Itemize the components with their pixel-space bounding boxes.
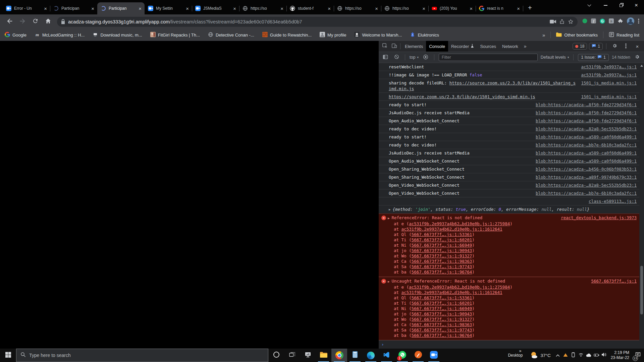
browser-tab[interactable]: Error - Un× [3,2,50,14]
devtools-close-button[interactable]: × [633,42,642,51]
console-filter-input[interactable] [439,54,538,61]
bookmarks-overflow-chevron[interactable]: » [542,32,545,38]
context-selector[interactable]: top▾ [410,55,419,60]
tab-close-icon[interactable]: × [185,6,190,11]
scrollbar-up-icon[interactable] [640,65,643,67]
stack-frame-link[interactable]: 5667.6673f7f….js:1:53361 [412,232,472,237]
share-icon[interactable] [559,19,565,24]
stack-frame-link[interactable]: ac531f9b.2e9937a4b62…bd10e0b.js:1:275984 [409,285,510,290]
stack-frame-link[interactable]: ac531f9b.2e9937a4b62…d10e0b.js:1:1612641 [401,227,502,232]
taskbar-vscode-button[interactable] [379,349,394,362]
green-extension-icon[interactable] [582,18,587,25]
taskbar-orange-pen-app-button[interactable] [410,349,426,362]
tab-close-icon[interactable]: × [91,6,95,11]
log-source-link[interactable]: blob:https://acadza-…a589-ca0f60d6a499:1 [536,150,637,156]
issues-badge[interactable]: 1 [589,43,603,50]
grammarly-extension-icon[interactable]: G [600,18,605,25]
flash-extension-icon[interactable]: f [591,18,596,25]
browser-tab[interactable]: Participan× [50,2,97,14]
stack-frame-link[interactable]: 5667.6673f7f….js:1:97743 [412,327,472,333]
console-scrollbar[interactable] [639,63,644,349]
log-source-link[interactable]: blob:https://acadza-…82a8-5ec552b5db23:1 [536,182,637,188]
taskbar-clock[interactable]: 2:19 PM 23-Mar-22 [608,349,632,362]
log-source-link[interactable]: class-e589113….js:1 [589,198,637,204]
console-error-entry[interactable]: ×▶Uncaught ReferenceError: React is not … [379,277,639,340]
tab-close-icon[interactable]: × [280,6,284,11]
log-source-link[interactable]: ac531f9b.2e9937a….js:1 [581,72,637,78]
browser-tab[interactable]: Participan× [97,2,145,14]
expand-arrow-icon[interactable]: ▶ [388,279,389,285]
stack-frame-link[interactable]: 5667.6673f7f….js:1:66949 [412,306,472,311]
home-button[interactable] [42,16,54,27]
taskbar-search-input[interactable] [29,353,264,358]
expand-arrow-icon[interactable]: ▶ [389,208,390,211]
tray-show-hidden-button[interactable] [554,349,562,362]
log-source-link[interactable]: blob:https://acadza-…bb7e-6b10c3ada2fc:1 [536,142,637,148]
bookmark-item[interactable]: My profile [320,32,346,38]
stack-frame-link[interactable]: 5667.6673f7f….js:1:97743 [412,264,472,269]
live-expression-button[interactable] [422,53,430,62]
tray-warning-button[interactable] [562,349,570,362]
page-content[interactable] [0,41,378,349]
tray-overflow-chevrons[interactable]: » [519,349,522,353]
stack-frame-link[interactable]: 5667.6673f7f….js:1:90943 [412,248,472,253]
tab-close-icon[interactable]: × [327,6,331,11]
tray-your-phone-button[interactable] [570,349,577,362]
console-object-entry[interactable]: ▶{method: 'join', status: true, errorCod… [379,205,639,214]
desktop-toolbar[interactable]: » Desktop [504,349,527,362]
tray-network-button[interactable] [577,349,585,362]
url-text[interactable]: acadza-staging.dyos333g1g9ri.amplifyapp.… [68,19,547,24]
taskbar-zoom-button[interactable] [426,349,442,362]
log-levels-selector[interactable]: Default levels▾ [541,55,569,60]
start-button[interactable] [0,349,16,362]
stack-frame-link[interactable]: ac531f9b.2e9937a4b62…bd10e0b.js:1:275984 [409,221,510,226]
taskbar-cortana-button[interactable] [268,349,284,362]
browser-tab[interactable]: JSMediaS× [192,2,239,14]
media-capture-icon[interactable] [550,19,556,24]
address-bar[interactable]: acadza-staging.dyos333g1g9ri.amplifyapp.… [57,17,578,27]
stack-frame-link[interactable]: ac531f9b.2e9937a4b62…d10e0b.js:1:1612641 [401,290,502,295]
stack-frame-link[interactable]: 5667.6673f7f….js:1:91327 [412,317,472,322]
minimize-button[interactable] [598,0,613,11]
stack-frame-link[interactable]: 5667.6673f7f….js:1:60201 [412,237,472,242]
log-source-link[interactable]: blob:https://acadza-…a89f-99749b679c33:1 [536,174,637,180]
bookmark-item[interactable]: Detective Conan -... [208,32,254,38]
devtools-settings-button[interactable] [610,42,619,51]
reading-list-button[interactable]: Reading list [609,32,639,38]
log-source-link[interactable]: 1501_js_media.min.js:1 [581,80,637,86]
log-source-link[interactable]: blob:https://acadza-…82a8-5ec552b5db23:1 [536,126,637,132]
tab-close-icon[interactable]: × [43,6,48,11]
clear-console-button[interactable] [392,53,400,62]
taskbar-chrome-button[interactable] [331,349,347,362]
tray-battery-button[interactable] [593,349,600,362]
close-window-button[interactable]: × [629,0,644,11]
stack-frame-link[interactable]: 5667.6673f7f….js:1:98363 [412,322,472,327]
taskbar-calculator-button[interactable] [347,349,363,362]
stack-frame-link[interactable]: 5667.6673f7f….js:1:53361 [412,295,472,300]
browser-tab[interactable]: https://so× [239,2,286,14]
devtools-tab-sources[interactable]: Sources [477,41,499,52]
tray-volume-button[interactable] [600,349,608,362]
log-source-link[interactable]: blob:https://acadza-…bb7e-6b10c3ada2fc:1 [536,190,637,196]
error-source-link[interactable]: react_devtools_backend.js:3973 [561,215,637,221]
log-source-link[interactable]: blob:https://acadza-…a589-ca0f60d6a499:1 [536,158,637,164]
window-menu-chevron-icon[interactable] [582,0,598,11]
tab-close-icon[interactable]: × [422,6,426,11]
stack-frame-link[interactable]: 5667.6673f7f….js:1:60201 [412,301,472,306]
expand-arrow-icon[interactable]: ▶ [388,215,389,221]
extensions-puzzle-icon[interactable] [618,18,623,25]
taskbar-monitor-app-button[interactable] [300,349,316,362]
console-settings-button[interactable] [633,53,641,62]
log-source-link[interactable]: blob:https://acadza-…b456-0c06bf083b53:1 [536,166,637,172]
taskbar-edge-button[interactable] [363,349,379,362]
stack-frame-link[interactable]: 5667.6673f7f….js:1:98363 [412,259,472,264]
stack-frame-link[interactable]: 5667.6673f7f….js:1:96764 [412,333,472,338]
issues-counter-chip[interactable]: 1 Issue: 1 [578,54,609,61]
devtools-tab-recorder[interactable]: Recorder [448,41,477,52]
stack-frame-link[interactable]: 5667.6673f7f….js:1:91327 [412,253,472,258]
inspect-element-button[interactable] [380,42,389,51]
log-source-link[interactable]: blob:https://acadza-…a589-ca0f60d6a499:1 [536,134,637,140]
weather-widget[interactable]: 37°C [527,349,554,362]
console-prompt-row[interactable]: › [379,340,639,348]
log-source-link[interactable]: blob:https://acadza-…8f50-fde2729d34f6:1 [536,118,637,124]
